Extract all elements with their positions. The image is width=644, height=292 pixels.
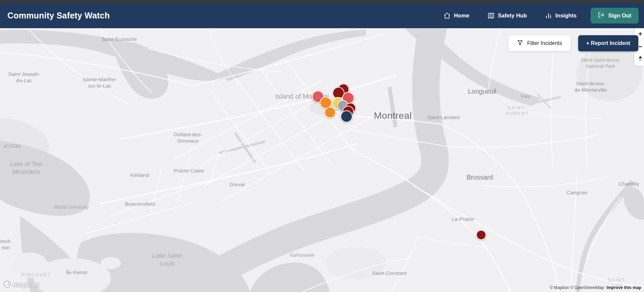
sign-out-button[interactable]: Sign Out	[591, 8, 639, 23]
app-header: Community Safety Watch Home Safety Hub I…	[0, 3, 644, 28]
app-title: Community Safety Watch	[7, 11, 110, 20]
compass-button[interactable]	[634, 53, 644, 66]
log-out-icon	[598, 12, 604, 19]
nav-label: Insights	[555, 12, 577, 19]
nav-label: Home	[454, 12, 469, 19]
nav-item-home[interactable]: Home	[444, 12, 469, 19]
mapbox-logo-icon	[3, 280, 11, 289]
incident-marker[interactable]	[324, 107, 336, 118]
osm-attribution-link[interactable]: © OpenStreetMap	[570, 285, 604, 290]
improve-map-link[interactable]: Improve this map	[607, 285, 642, 290]
nav-item-insights[interactable]: Insights	[545, 12, 577, 19]
compass-icon	[637, 55, 643, 64]
bar-chart-icon	[545, 12, 552, 19]
mapbox-attribution-link[interactable]: © Mapbox	[550, 285, 569, 290]
map-canvas[interactable]: Saint-EustacheSaint-Joseph- du-LacSainte…	[0, 28, 644, 292]
funnel-icon	[517, 40, 523, 47]
mapbox-logo[interactable]: mapbox	[3, 280, 40, 289]
nav-label: Safety Hub	[498, 12, 527, 19]
map-attribution: © Mapbox © OpenStreetMap Improve this ma…	[550, 285, 641, 290]
report-incident-button[interactable]: + Report Incident	[578, 35, 638, 51]
incident-marker[interactable]	[476, 230, 486, 240]
nav-item-safety-hub[interactable]: Safety Hub	[488, 12, 527, 19]
window-top-strip	[0, 0, 644, 3]
incident-marker[interactable]	[340, 110, 353, 123]
basemap	[0, 28, 644, 292]
map-icon	[488, 12, 495, 19]
home-icon	[444, 12, 451, 19]
main-nav: Home Safety Hub Insights Sign Out	[425, 8, 639, 23]
sign-out-label: Sign Out	[608, 12, 631, 19]
filter-incidents-label: Filter Incidents	[527, 40, 562, 46]
filter-incidents-button[interactable]: Filter Incidents	[508, 35, 571, 51]
mapbox-logo-word: mapbox	[13, 281, 40, 289]
